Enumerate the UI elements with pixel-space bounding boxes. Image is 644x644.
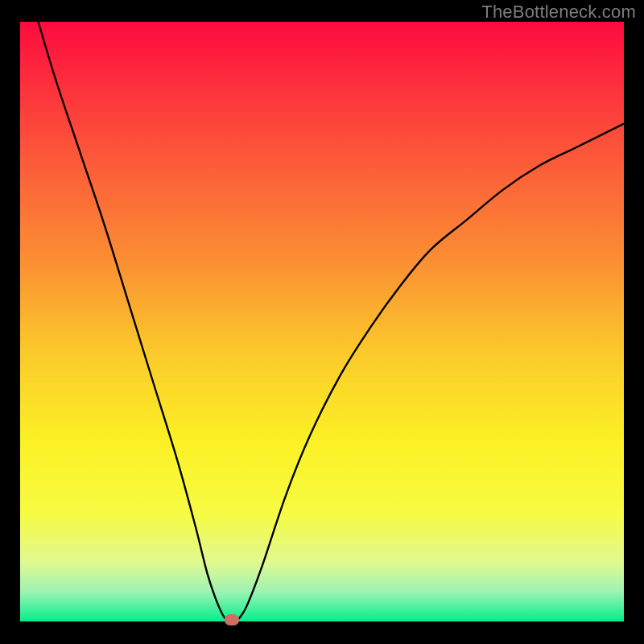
bottleneck-chart — [0, 0, 644, 644]
chart-stage: TheBottleneck.com — [0, 0, 644, 644]
gradient-background — [20, 22, 624, 621]
watermark-label: TheBottleneck.com — [481, 2, 636, 23]
valley-marker-icon — [225, 614, 239, 625]
